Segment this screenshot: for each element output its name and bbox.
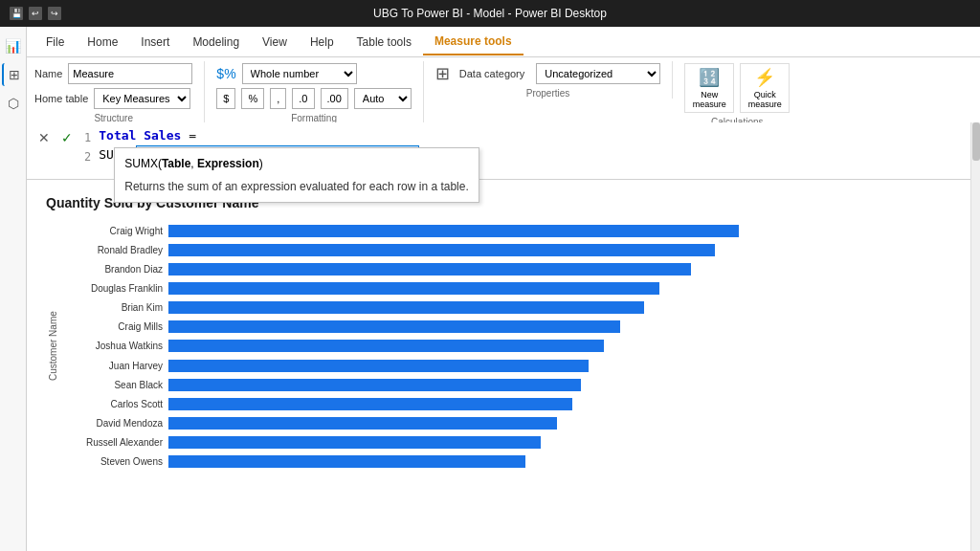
- save-window-btn[interactable]: 💾: [10, 7, 23, 20]
- title-bar: 💾 ↩ ↪ UBG To Power BI - Model - Power BI…: [0, 0, 980, 27]
- undo-btn[interactable]: ↩: [29, 7, 42, 20]
- window-title: UBG To Power BI - Model - Power BI Deskt…: [373, 7, 607, 20]
- redo-btn[interactable]: ↪: [48, 7, 61, 20]
- window-controls: 💾 ↩ ↪: [10, 7, 61, 20]
